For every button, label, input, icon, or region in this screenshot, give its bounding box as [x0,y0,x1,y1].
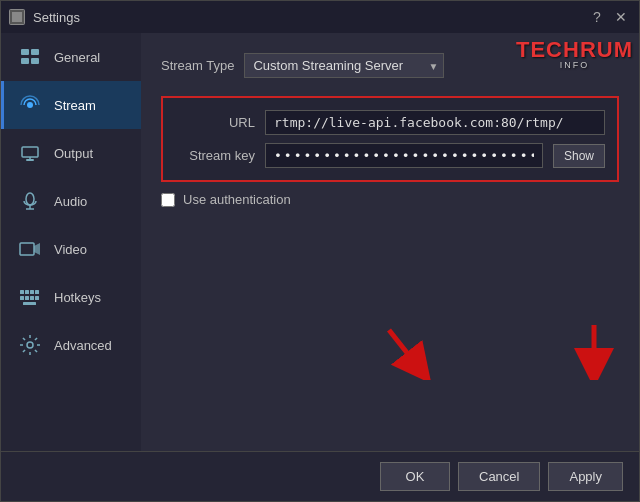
url-input[interactable] [265,110,605,135]
sidebar-label-output: Output [54,146,93,161]
svg-marker-14 [34,243,40,255]
sidebar-item-advanced[interactable]: Advanced [1,321,141,369]
settings-window: Settings ? ✕ General [0,0,640,502]
svg-point-24 [27,342,33,348]
svg-rect-23 [23,302,36,305]
window-title: Settings [33,10,80,25]
sidebar-item-general[interactable]: General [1,33,141,81]
advanced-icon [16,331,44,359]
window-controls: ? ✕ [587,7,631,27]
sidebar-item-output[interactable]: Output [1,129,141,177]
general-icon [16,43,44,71]
sidebar-item-video[interactable]: Video [1,225,141,273]
sidebar-item-hotkeys[interactable]: Hotkeys [1,273,141,321]
titlebar: Settings ? ✕ [1,1,639,33]
svg-rect-3 [31,49,39,55]
video-icon [16,235,44,263]
stream-type-select[interactable]: Custom Streaming Server [244,53,444,78]
hotkeys-icon [16,283,44,311]
url-stream-key-box: URL Stream key Show [161,96,619,182]
svg-rect-19 [20,296,24,300]
watermark: TECHRUM INFO [516,39,633,70]
ok-button[interactable]: OK [380,462,450,491]
sidebar-item-stream[interactable]: Stream [1,81,141,129]
auth-label: Use authentication [183,192,291,207]
svg-rect-18 [35,290,39,294]
arrow-ok-container [379,320,439,383]
main-content: General Stream [1,33,639,451]
svg-point-10 [26,193,34,205]
url-field-row: URL [175,110,605,135]
svg-rect-17 [30,290,34,294]
svg-rect-13 [20,243,34,255]
svg-rect-7 [22,147,38,157]
close-button[interactable]: ✕ [611,7,631,27]
svg-line-26 [389,330,419,368]
svg-rect-2 [21,49,29,55]
stream-icon [16,91,44,119]
arrow-apply-container [569,320,619,383]
apply-button[interactable]: Apply [548,462,623,491]
sidebar-label-advanced: Advanced [54,338,112,353]
sidebar-label-video: Video [54,242,87,257]
stream-type-select-wrapper: Custom Streaming Server [244,53,444,78]
svg-rect-1 [12,12,22,22]
audio-icon [16,187,44,215]
auth-row: Use authentication [161,192,619,207]
sidebar-label-general: General [54,50,100,65]
svg-rect-21 [30,296,34,300]
cancel-button[interactable]: Cancel [458,462,540,491]
stream-type-label: Stream Type [161,58,234,73]
sidebar-label-audio: Audio [54,194,87,209]
svg-point-6 [27,102,33,108]
ok-arrow-icon [379,320,439,380]
bottom-bar: OK Cancel Apply [1,451,639,501]
url-label: URL [175,115,255,130]
titlebar-left: Settings [9,9,80,25]
sidebar-item-audio[interactable]: Audio [1,177,141,225]
stream-key-field-row: Stream key Show [175,143,605,168]
apply-arrow-icon [569,320,619,380]
show-button[interactable]: Show [553,144,605,168]
sidebar-label-hotkeys: Hotkeys [54,290,101,305]
help-button[interactable]: ? [587,7,607,27]
svg-rect-15 [20,290,24,294]
svg-rect-4 [21,58,29,64]
sidebar: General Stream [1,33,141,451]
app-icon [9,9,25,25]
output-icon [16,139,44,167]
auth-checkbox[interactable] [161,193,175,207]
sidebar-label-stream: Stream [54,98,96,113]
brand-name: TECHRUM [516,39,633,61]
svg-rect-22 [35,296,39,300]
svg-rect-5 [31,58,39,64]
content-area: TECHRUM INFO Stream Type Custom Streamin… [141,33,639,451]
svg-rect-16 [25,290,29,294]
svg-rect-20 [25,296,29,300]
stream-key-label: Stream key [175,148,255,163]
svg-rect-8 [26,159,34,161]
brand-sub: INFO [516,61,633,70]
stream-key-input[interactable] [265,143,543,168]
